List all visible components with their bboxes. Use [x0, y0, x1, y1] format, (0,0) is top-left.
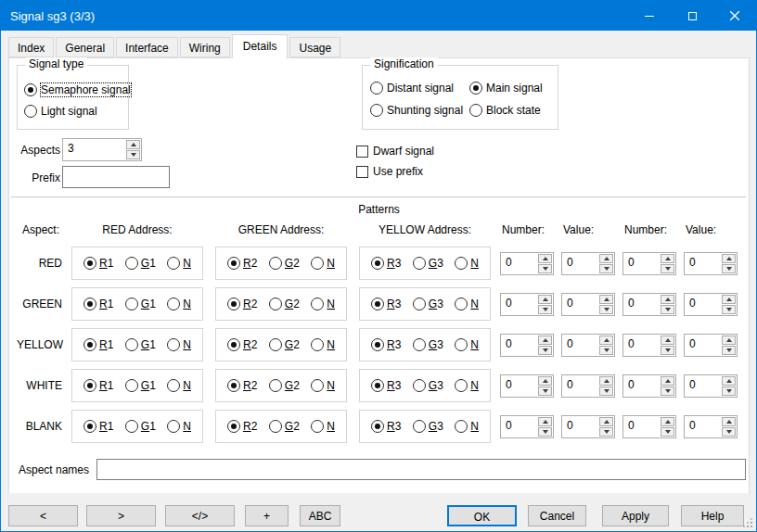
value-spinner[interactable]: 0 [500, 334, 554, 357]
spinner-down-button[interactable] [722, 264, 736, 273]
spinner-down-button[interactable] [722, 386, 736, 396]
spinner-up-button[interactable] [661, 336, 674, 345]
radio-white-r2[interactable]: R2 [227, 379, 257, 392]
spinner-up-button[interactable] [661, 417, 674, 426]
radio-green-g1[interactable]: G1 [125, 298, 156, 310]
radio-white-g1[interactable]: G1 [125, 379, 156, 392]
radio-green-r1[interactable]: R1 [83, 298, 113, 310]
value-spinner[interactable]: 0 [500, 374, 554, 398]
radio-yellow-g2[interactable]: G2 [269, 338, 300, 351]
radio-blank-g1[interactable]: G1 [125, 420, 156, 433]
value-spinner[interactable]: 0 [561, 374, 615, 398]
radio-shunting-signal[interactable]: Shunting signal [370, 104, 469, 117]
radio-semaphore-signal[interactable]: Semaphore signal [24, 79, 128, 100]
cancel-button[interactable]: Cancel [528, 505, 586, 526]
radio-yellow-r3[interactable]: R3 [371, 338, 401, 351]
spinner-up-button[interactable] [599, 336, 613, 345]
radio-green-n[interactable]: N [311, 298, 335, 310]
spinner-up-button[interactable] [661, 376, 674, 386]
value-spinner[interactable]: 0 [684, 334, 738, 357]
radio-red-r2[interactable]: R2 [227, 257, 257, 270]
value-spinner[interactable]: 0 [561, 415, 615, 438]
radio-block-state[interactable]: Block state [469, 104, 557, 117]
spinner-down-button[interactable] [599, 346, 613, 355]
spinner-down-button[interactable] [661, 264, 674, 273]
radio-red-n[interactable]: N [311, 257, 335, 270]
value-spinner[interactable]: 0 [500, 252, 554, 275]
value-spinner[interactable]: 0 [622, 374, 676, 398]
use-prefix-checkbox[interactable]: Use prefix [356, 165, 423, 178]
tab-details[interactable]: Details [232, 34, 289, 58]
value-spinner[interactable]: 0 [684, 252, 738, 275]
radio-light-signal[interactable]: Light signal [24, 100, 128, 121]
spinner-down-button[interactable] [661, 427, 674, 437]
spinner-up-button[interactable] [599, 254, 613, 263]
spinner-down-button[interactable] [599, 264, 613, 273]
radio-green-r2[interactable]: R2 [227, 298, 257, 310]
radio-white-g2[interactable]: G2 [269, 379, 300, 392]
spinner-down-button[interactable] [538, 264, 552, 273]
radio-yellow-n[interactable]: N [167, 338, 191, 351]
radio-yellow-r1[interactable]: R1 [83, 338, 113, 351]
radio-red-n[interactable]: N [167, 257, 191, 270]
spinner-up-button[interactable] [599, 376, 613, 386]
maximize-button[interactable] [671, 1, 713, 31]
value-spinner[interactable]: 0 [500, 415, 554, 438]
help-button[interactable]: Help [681, 505, 744, 526]
abc-button[interactable]: ABC [300, 505, 340, 526]
spinner-down-button[interactable] [599, 305, 613, 314]
tab-usage[interactable]: Usage [289, 37, 340, 57]
radio-red-g1[interactable]: G1 [125, 257, 156, 270]
value-spinner[interactable]: 0 [622, 334, 676, 357]
ok-button[interactable]: OK [447, 505, 517, 526]
spinner-down-button[interactable] [661, 386, 674, 396]
add-button[interactable]: + [245, 505, 289, 526]
radio-blank-g3[interactable]: G3 [413, 420, 443, 433]
tab-general[interactable]: General [56, 37, 114, 57]
radio-white-g3[interactable]: G3 [413, 379, 443, 392]
spinner-up-button[interactable] [722, 254, 736, 263]
radio-distant-signal[interactable]: Distant signal [370, 82, 469, 95]
radio-white-r3[interactable]: R3 [371, 379, 401, 392]
spinner-down-button[interactable] [722, 346, 736, 355]
spinner-down-button[interactable] [126, 150, 140, 159]
radio-red-n[interactable]: N [455, 257, 479, 270]
radio-blank-r2[interactable]: R2 [227, 420, 257, 433]
prefix-input[interactable] [62, 166, 170, 188]
radio-green-g3[interactable]: G3 [413, 298, 443, 310]
radio-white-r1[interactable]: R1 [83, 379, 113, 392]
tab-index[interactable]: Index [8, 37, 54, 57]
radio-blank-n[interactable]: N [167, 420, 191, 433]
dwarf-signal-checkbox[interactable]: Dwarf signal [356, 145, 434, 158]
spinner-up-button[interactable] [722, 376, 736, 386]
radio-green-g2[interactable]: G2 [269, 298, 300, 310]
spinner-down-button[interactable] [599, 427, 613, 437]
spinner-up-button[interactable] [722, 295, 736, 304]
spinner-down-button[interactable] [538, 305, 552, 314]
spinner-down-button[interactable] [538, 346, 552, 355]
spinner-up-button[interactable] [538, 295, 552, 304]
radio-white-n[interactable]: N [311, 379, 335, 392]
spinner-up-button[interactable] [661, 254, 674, 263]
value-spinner[interactable]: 0 [561, 293, 615, 316]
radio-red-g3[interactable]: G3 [413, 257, 443, 270]
tab-wiring[interactable]: Wiring [180, 37, 230, 57]
spinner-down-button[interactable] [722, 305, 736, 314]
value-spinner[interactable]: 0 [684, 374, 738, 398]
spinner-down-button[interactable] [722, 427, 736, 437]
apply-button[interactable]: Apply [602, 505, 669, 526]
radio-yellow-g3[interactable]: G3 [413, 338, 443, 351]
radio-blank-r3[interactable]: R3 [371, 420, 401, 433]
value-spinner[interactable]: 0 [622, 252, 676, 275]
spinner-up-button[interactable] [126, 140, 140, 149]
resize-grip-icon[interactable] [744, 519, 753, 528]
spinner-down-button[interactable] [538, 386, 552, 396]
spinner-down-button[interactable] [599, 386, 613, 396]
spinner-up-button[interactable] [722, 417, 736, 426]
radio-main-signal[interactable]: Main signal [469, 82, 557, 95]
radio-green-n[interactable]: N [167, 298, 191, 310]
radio-white-n[interactable]: N [167, 379, 191, 392]
radio-blank-g2[interactable]: G2 [269, 420, 300, 433]
spinner-up-button[interactable] [722, 336, 736, 345]
radio-red-g2[interactable]: G2 [269, 257, 300, 270]
